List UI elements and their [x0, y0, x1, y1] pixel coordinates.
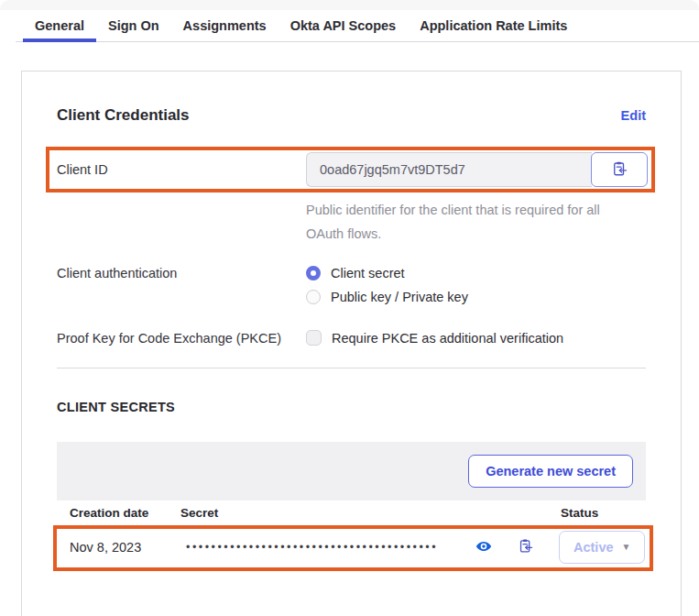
window-top-strip [0, 0, 699, 10]
status-badge: Active [573, 540, 614, 555]
client-authentication-row: Client authentication Client secret Publ… [57, 266, 646, 304]
tab-application-rate-limits[interactable]: Application Rate Limits [408, 10, 579, 41]
secret-status-cell: Active ▼ [561, 531, 646, 564]
pkce-checkbox-label: Require PKCE as additional verification [332, 331, 563, 346]
header-status: Status [561, 506, 646, 520]
secret-creation-date: Nov 8, 2023 [70, 540, 180, 555]
radio-selected-icon[interactable] [306, 266, 321, 280]
client-id-help-text: Public identifier for the client that is… [306, 198, 625, 246]
pkce-checkbox-option[interactable]: Require PKCE as additional verification [306, 330, 563, 346]
client-id-label: Client ID [57, 162, 306, 177]
generate-new-secret-button[interactable]: Generate new secret [468, 455, 633, 488]
tab-sign-on[interactable]: Sign On [96, 10, 171, 41]
clipboard-copy-icon [611, 160, 628, 180]
copy-client-id-button[interactable] [591, 152, 648, 187]
header-creation-date: Creation date [70, 506, 180, 520]
radio-client-secret[interactable]: Client secret [306, 266, 468, 280]
pkce-label: Proof Key for Code Exchange (PKCE) [57, 331, 306, 346]
eye-icon [475, 538, 492, 557]
client-secrets-toolbar: Generate new secret [57, 442, 646, 500]
pkce-row: Proof Key for Code Exchange (PKCE) Requi… [57, 330, 646, 346]
pkce-checkbox[interactable] [306, 330, 322, 346]
tab-assignments[interactable]: Assignments [171, 10, 279, 41]
client-credentials-header: Client Credentials Edit [57, 106, 646, 125]
radio-public-private-key[interactable]: Public key / Private key [306, 290, 468, 304]
client-id-group: 0oad67jgq5m7vt9DT5d7 [306, 152, 648, 187]
radio-client-secret-label: Client secret [331, 266, 405, 280]
header-secret: Secret [180, 506, 561, 520]
tab-okta-api-scopes[interactable]: Okta API Scopes [279, 10, 409, 41]
panel-title: Client Credentials [57, 106, 190, 125]
edit-link[interactable]: Edit [621, 108, 646, 123]
secret-cell: •••••••••••••••••••••••••••••••••••••••• [180, 538, 561, 557]
section-divider [57, 368, 646, 368]
clipboard-copy-icon [518, 538, 533, 556]
masked-secret-value: •••••••••••••••••••••••••••••••••••••••• [180, 541, 470, 554]
client-id-row: Client ID 0oad67jgq5m7vt9DT5d7 [57, 152, 646, 187]
tab-general[interactable]: General [23, 10, 96, 41]
radio-unselected-icon[interactable] [306, 290, 321, 304]
general-settings-card: Client Credentials Edit Client ID 0oad67… [21, 71, 682, 616]
reveal-secret-button[interactable] [475, 538, 492, 557]
status-dropdown-button[interactable]: Active ▼ [559, 531, 645, 564]
radio-public-private-key-label: Public key / Private key [331, 290, 468, 304]
secrets-table-header: Creation date Secret Status [57, 500, 646, 526]
secret-table-row: Nov 8, 2023 ••••••••••••••••••••••••••••… [57, 526, 646, 569]
copy-secret-button[interactable] [518, 538, 533, 556]
client-secrets-heading: CLIENT SECRETS [57, 400, 646, 414]
chevron-down-icon: ▼ [622, 543, 631, 552]
client-id-value-field[interactable]: 0oad67jgq5m7vt9DT5d7 [306, 152, 592, 187]
client-authentication-label: Client authentication [57, 266, 306, 280]
app-tab-bar: General Sign On Assignments Okta API Sco… [16, 10, 699, 42]
client-authentication-options: Client secret Public key / Private key [306, 266, 468, 304]
